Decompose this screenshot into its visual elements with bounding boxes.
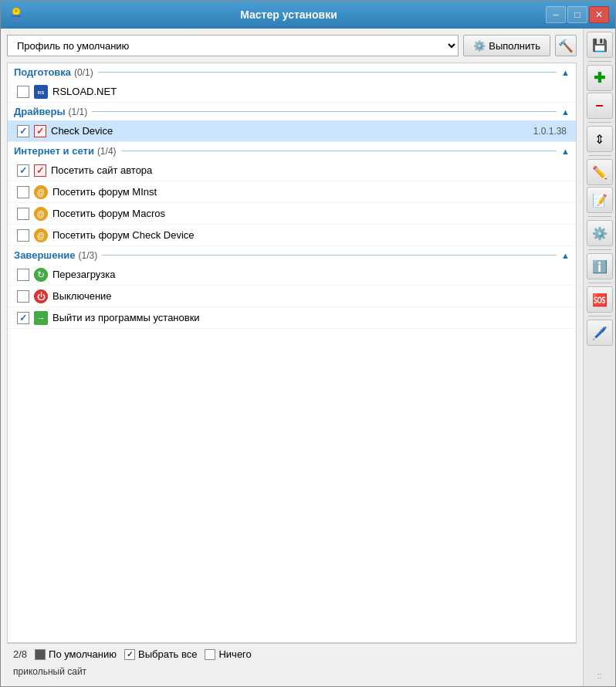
minimize-button[interactable]: –	[546, 6, 566, 23]
sidebar-help-button[interactable]: 🆘	[587, 286, 613, 313]
item-label-checkdevice: Check Device	[51, 125, 529, 137]
checkbox-exit-outer[interactable]	[17, 312, 29, 324]
footer-bar: 2/8 По умолчанию Выбрать все Ничего	[7, 643, 577, 665]
sidebar-move-button[interactable]: ⇕	[587, 126, 613, 152]
settings-icon: ⚙️	[592, 226, 608, 241]
item-label-forummacros: Посетить форум Macros	[52, 208, 567, 219]
section-title-drivers: Драйверы	[14, 106, 66, 117]
sidebar-divider-4	[588, 216, 611, 217]
checkbox-forumcheck-outer[interactable]	[17, 229, 29, 242]
move-icon: ⇕	[594, 132, 604, 147]
section-count-completion: (1/3)	[79, 250, 98, 261]
sidebar-edit2-button[interactable]: 📝	[587, 187, 613, 213]
section-line-completion	[102, 255, 557, 256]
checkbox-visitauthor-inner[interactable]	[34, 164, 46, 177]
checkbox-restart-outer[interactable]	[17, 269, 29, 281]
section-count-preparation: (0/1)	[74, 67, 93, 78]
toolbar: Профиль по умолчанию ⚙️ Выполнить 🔨	[7, 35, 577, 56]
sidebar-divider-1	[588, 61, 611, 62]
sidebar-settings-button[interactable]: ⚙️	[587, 220, 613, 246]
svg-text:↻: ↻	[37, 269, 45, 280]
checkbox-checkdevice-inner[interactable]	[34, 125, 46, 137]
section-preparation: Подготовка (0/1) ▲ RS RSLOA	[8, 63, 576, 103]
item-label-visitauthor: Посетить сайт автора	[51, 164, 567, 176]
sidebar-add-button[interactable]: ✚	[587, 65, 613, 91]
svg-text:@: @	[37, 188, 45, 197]
main-panel: Профиль по умолчанию ⚙️ Выполнить 🔨 Подг…	[1, 29, 583, 686]
section-chevron-internet[interactable]: ▲	[561, 147, 570, 156]
list-item: RS RSLOAD.NET	[8, 81, 576, 103]
sidebar-divider-6	[588, 283, 611, 283]
item-label-restart: Перезагрузка	[52, 269, 567, 280]
section-chevron-completion[interactable]: ▲	[561, 251, 570, 260]
exit-icon: →	[34, 311, 48, 325]
forum-minst-icon: @	[34, 185, 48, 199]
sidebar: 💾 ✚ − ⇕ ✏️ 📝 ⚙️	[583, 29, 615, 686]
footer-checkbox-selectall[interactable]	[124, 649, 135, 660]
section-header-drivers: Драйверы (1/1) ▲	[8, 103, 576, 120]
footer-checkbox-default[interactable]	[35, 649, 46, 660]
svg-point-3	[15, 9, 18, 12]
resize-handle[interactable]: ::	[594, 668, 605, 683]
sidebar-edit3-button[interactable]: 🖊️	[587, 320, 613, 346]
status-bar: прикольный сайт	[7, 665, 577, 680]
item-label-shutdown: Выключение	[52, 290, 567, 302]
section-title-preparation: Подготовка	[14, 66, 71, 78]
svg-rect-2	[12, 15, 21, 17]
footer-checkbox-none[interactable]	[205, 649, 215, 660]
tools-button[interactable]: 🔨	[555, 35, 577, 56]
sidebar-info-button[interactable]: ℹ️	[587, 253, 613, 279]
footer-option-none[interactable]: Ничего	[205, 648, 251, 660]
section-line-internet	[121, 151, 557, 151]
svg-text:@: @	[37, 210, 45, 218]
sidebar-divider-3	[588, 155, 611, 156]
forum-macros-icon: @	[34, 207, 48, 221]
section-title-completion: Завершение	[14, 249, 76, 261]
section-chevron-drivers[interactable]: ▲	[561, 107, 570, 117]
profile-dropdown[interactable]: Профиль по умолчанию	[7, 35, 459, 56]
section-chevron-preparation[interactable]: ▲	[561, 68, 570, 77]
item-label-rsload: RSLOAD.NET	[52, 86, 567, 97]
restart-icon: ↻	[34, 268, 48, 282]
section-count-drivers: (1/1)	[69, 107, 88, 117]
section-header-completion: Завершение (1/3) ▲	[8, 246, 576, 264]
sections-container: Подготовка (0/1) ▲ RS RSLOA	[7, 63, 577, 643]
checkbox-checkdevice-outer[interactable]	[17, 125, 29, 137]
section-drivers: Драйверы (1/1) ▲ Check Device 1.0.1.38	[8, 103, 576, 142]
main-window: Мастер установки – □ ✕ Профиль по умолча…	[0, 0, 616, 687]
section-line-preparation	[98, 72, 557, 73]
list-item: ⏻ Выключение	[8, 286, 576, 307]
list-item: @ Посетить форум Macros	[8, 203, 576, 225]
footer-label-default: По умолчанию	[49, 648, 117, 660]
remove-icon: −	[595, 98, 604, 114]
checkbox-forumminst-outer[interactable]	[17, 186, 29, 198]
maximize-button[interactable]: □	[567, 6, 587, 23]
window-controls: – □ ✕	[546, 6, 609, 23]
execute-label: Выполнить	[489, 40, 540, 52]
checkbox-visitauthor-outer[interactable]	[17, 164, 29, 177]
add-icon: ✚	[594, 69, 605, 86]
section-completion: Завершение (1/3) ▲ ↻	[8, 246, 576, 329]
sidebar-save-button[interactable]: 💾	[587, 32, 613, 58]
checkbox-shutdown-outer[interactable]	[17, 290, 29, 303]
list-item: Check Device 1.0.1.38	[8, 120, 576, 142]
edit1-icon: ✏️	[592, 165, 608, 180]
sidebar-remove-button[interactable]: −	[587, 93, 613, 119]
svg-text:@: @	[37, 232, 45, 240]
checkbox-forummacros-outer[interactable]	[17, 208, 29, 220]
footer-label-none: Ничего	[218, 648, 251, 660]
sidebar-divider-2	[588, 122, 611, 123]
status-text: прикольный сайт	[13, 666, 86, 677]
sidebar-edit1-button[interactable]: ✏️	[587, 159, 613, 185]
svg-text:RS: RS	[38, 90, 44, 95]
section-header-preparation: Подготовка (0/1) ▲	[8, 63, 576, 81]
title-bar: Мастер установки – □ ✕	[1, 1, 615, 29]
footer-option-selectall[interactable]: Выбрать все	[124, 648, 197, 660]
close-button[interactable]: ✕	[589, 6, 609, 23]
checkbox-rsload-outer[interactable]	[17, 86, 29, 98]
footer-option-default[interactable]: По умолчанию	[35, 648, 117, 660]
info-icon: ℹ️	[592, 259, 608, 274]
forum-check-icon: @	[34, 228, 48, 242]
edit3-icon: 🖊️	[592, 326, 608, 340]
execute-button[interactable]: ⚙️ Выполнить	[463, 35, 550, 56]
